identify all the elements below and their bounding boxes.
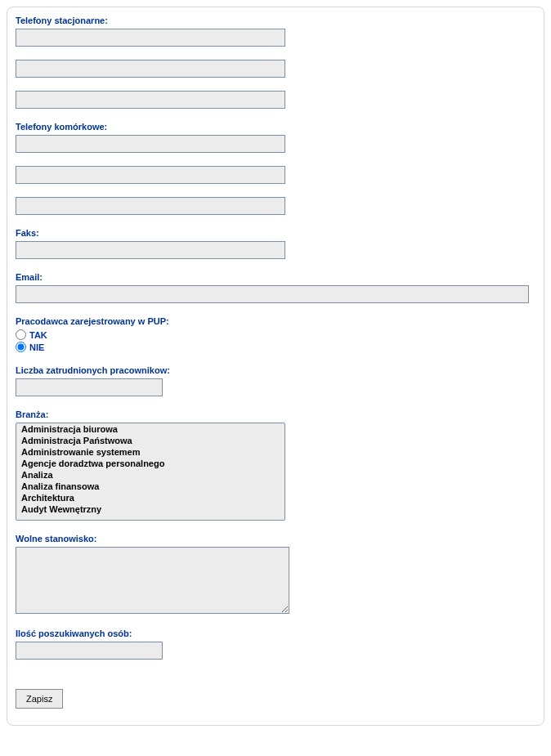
mobile-label: Telefony komórkowe: [16, 122, 535, 132]
employer-registered-group: Pracodawca zarejestrowany w PUP: TAK NIE [16, 316, 535, 352]
form-panel: Telefony stacjonarne: Telefony komórkowe… [7, 7, 544, 726]
industry-label: Branża: [16, 409, 535, 419]
industry-option[interactable]: Agencje doradztwa personalnego [16, 458, 284, 469]
mobile-group: Telefony komórkowe: [16, 122, 535, 215]
industry-option[interactable]: Analiza finansowa [16, 481, 284, 492]
radio-yes-row: TAK [16, 329, 535, 340]
landline-group: Telefony stacjonarne: [16, 16, 535, 109]
industry-option[interactable]: Analiza [16, 469, 284, 481]
positions-count-label: Ilość poszukiwanych osób: [16, 629, 535, 638]
save-button[interactable]: Zapisz [16, 689, 63, 709]
fax-group: Faks: [16, 228, 535, 259]
industry-option[interactable]: Administracja Państwowa [16, 435, 284, 446]
landline-input-1[interactable] [16, 29, 285, 47]
fax-label: Faks: [16, 228, 535, 238]
mobile-input-3[interactable] [16, 197, 285, 215]
landline-input-3[interactable] [16, 91, 285, 109]
employee-count-input[interactable] [16, 378, 163, 396]
industry-option[interactable]: Audyt Wewnętrzny [16, 503, 284, 515]
fax-input[interactable] [16, 241, 285, 259]
radio-yes-label: TAK [29, 330, 47, 340]
email-group: Email: [16, 272, 535, 303]
industry-select[interactable]: Administracja biurowaAdministracja Państ… [16, 423, 285, 521]
email-input[interactable] [16, 285, 529, 303]
employee-count-label: Liczba zatrudnionych pracownikow: [16, 365, 535, 375]
employee-count-group: Liczba zatrudnionych pracownikow: [16, 365, 535, 396]
industry-option[interactable]: Administrowanie systemem [16, 446, 284, 458]
vacancy-textarea[interactable] [16, 547, 289, 614]
form-container: Telefony stacjonarne: Telefony komórkowe… [0, 0, 551, 756]
mobile-input-1[interactable] [16, 135, 285, 153]
radio-no-label: NIE [29, 342, 44, 352]
radio-yes[interactable] [16, 329, 26, 340]
vacancy-label: Wolne stanowisko: [16, 534, 535, 544]
positions-count-group: Ilość poszukiwanych osób: [16, 629, 535, 660]
radio-no-row: NIE [16, 342, 535, 352]
industry-group: Branża: Administracja biurowaAdministrac… [16, 409, 535, 521]
vacancy-group: Wolne stanowisko: [16, 534, 535, 615]
email-label: Email: [16, 272, 535, 282]
landline-input-2[interactable] [16, 60, 285, 78]
radio-no[interactable] [16, 342, 26, 352]
industry-option[interactable]: Administracja biurowa [16, 423, 284, 435]
industry-option[interactable]: Architektura [16, 492, 284, 503]
positions-count-input[interactable] [16, 642, 163, 660]
mobile-input-2[interactable] [16, 166, 285, 184]
landline-label: Telefony stacjonarne: [16, 16, 535, 25]
employer-registered-label: Pracodawca zarejestrowany w PUP: [16, 316, 535, 326]
